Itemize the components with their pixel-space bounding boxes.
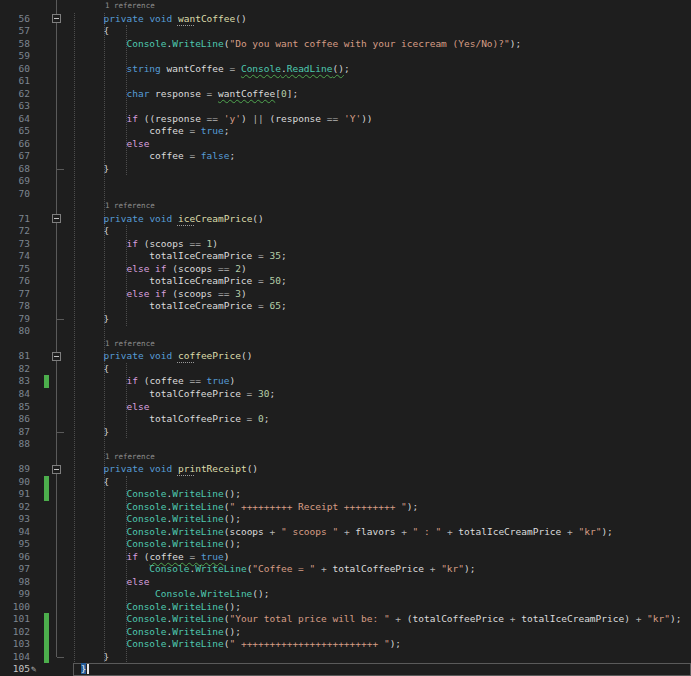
codelens-row[interactable]: 1 reference [0, 0, 691, 13]
line-number[interactable]: 102 [0, 626, 30, 639]
code-line[interactable]: 99 Console.WriteLine(); [0, 588, 691, 601]
code-line[interactable]: 61 [0, 75, 691, 88]
line-number[interactable]: 80 [0, 325, 30, 338]
line-number[interactable]: 93 [0, 513, 30, 526]
line-number[interactable]: 71 [0, 213, 30, 226]
line-number[interactable]: 63 [0, 100, 30, 113]
codelens-references[interactable]: 1 reference [105, 451, 155, 464]
code-line[interactable]: 59 [0, 50, 691, 63]
code-line[interactable]: 90 { [0, 476, 691, 489]
line-number[interactable]: 77 [0, 288, 30, 301]
code-line[interactable]: 97 Console.WriteLine("Coffee = " + total… [0, 563, 691, 576]
code-line[interactable]: 60 string wantCoffee = Console.ReadLine(… [0, 63, 691, 76]
codelens-references[interactable]: 1 reference [105, 200, 155, 213]
code-line[interactable]: 103 Console.WriteLine(" ++++++++++++++++… [0, 638, 691, 651]
code-line[interactable]: 94 Console.WriteLine(scoops + " scoops "… [0, 526, 691, 539]
line-number[interactable]: 100 [0, 601, 30, 614]
line-number[interactable]: 96 [0, 551, 30, 564]
line-number[interactable]: 64 [0, 113, 30, 126]
line-number[interactable]: 98 [0, 576, 30, 589]
code-line[interactable]: 66 else [0, 138, 691, 151]
line-number[interactable]: 61 [0, 75, 30, 88]
line-number[interactable]: 76 [0, 275, 30, 288]
line-number[interactable]: 73 [0, 238, 30, 251]
code-line[interactable]: 98 else [0, 576, 691, 589]
code-line[interactable]: 105✎ } [0, 663, 691, 676]
line-number[interactable]: 81 [0, 350, 30, 363]
line-number[interactable]: 103 [0, 638, 30, 651]
line-number[interactable]: 82 [0, 363, 30, 376]
code-line[interactable]: 74 totalIceCreamPrice = 35; [0, 250, 691, 263]
code-line[interactable]: 93 Console.WriteLine(); [0, 513, 691, 526]
code-line[interactable]: 87 } [0, 426, 691, 439]
line-number[interactable]: 99 [0, 588, 30, 601]
line-number[interactable]: 65 [0, 125, 30, 138]
line-number[interactable]: 69 [0, 175, 30, 188]
code-line[interactable]: 86 totalCoffeePrice = 0; [0, 413, 691, 426]
line-number[interactable]: 84 [0, 388, 30, 401]
line-number[interactable]: 92 [0, 501, 30, 514]
line-number[interactable]: 68 [0, 163, 30, 176]
line-number[interactable]: 83 [0, 375, 30, 388]
code-line[interactable]: 88 [0, 438, 691, 451]
codelens-row[interactable]: 1 reference [0, 451, 691, 464]
line-number[interactable]: 104 [0, 651, 30, 664]
line-number[interactable]: 101 [0, 613, 30, 626]
line-number[interactable]: 95 [0, 538, 30, 551]
line-number[interactable]: 78 [0, 300, 30, 313]
code-line[interactable]: 92 Console.WriteLine(" +++++++++ Receipt… [0, 501, 691, 514]
line-number[interactable]: 59 [0, 50, 30, 63]
fold-collapse-icon[interactable] [52, 214, 61, 223]
code-line[interactable]: 76 totalIceCreamPrice = 50; [0, 275, 691, 288]
code-line[interactable]: 68 } [0, 163, 691, 176]
code-line[interactable]: 67 coffee = false; [0, 150, 691, 163]
code-line[interactable]: 63 [0, 100, 691, 113]
code-line[interactable]: 91 Console.WriteLine(); [0, 488, 691, 501]
code-line[interactable]: 85 else [0, 401, 691, 414]
code-line[interactable]: 70 [0, 188, 691, 201]
code-line[interactable]: 102 Console.WriteLine(); [0, 626, 691, 639]
code-line[interactable]: 64 if ((response == 'y') || (response ==… [0, 113, 691, 126]
line-number[interactable]: 66 [0, 138, 30, 151]
line-number[interactable]: 74 [0, 250, 30, 263]
code-line[interactable]: 101 Console.WriteLine("Your total price … [0, 613, 691, 626]
code-line[interactable]: 69 [0, 175, 691, 188]
code-line[interactable]: 65 coffee = true; [0, 125, 691, 138]
line-number[interactable]: 91 [0, 488, 30, 501]
code-line[interactable]: 71 private void iceCreamPrice() [0, 213, 691, 226]
code-line[interactable]: 77 else if (scoops == 3) [0, 288, 691, 301]
code-line[interactable]: 89 private void printReceipt() [0, 463, 691, 476]
line-number[interactable]: 62 [0, 88, 30, 101]
line-number[interactable]: 85 [0, 401, 30, 414]
line-number[interactable]: 58 [0, 38, 30, 51]
line-number[interactable]: 86 [0, 413, 30, 426]
code-line[interactable]: 72 { [0, 225, 691, 238]
codelens-references[interactable]: 1 reference [105, 0, 155, 13]
line-number[interactable]: 72 [0, 225, 30, 238]
code-line[interactable]: 78 totalIceCreamPrice = 65; [0, 300, 691, 313]
code-line[interactable]: 62 char response = wantCoffee[0]; [0, 88, 691, 101]
line-number[interactable]: 67 [0, 150, 30, 163]
line-number[interactable]: 89 [0, 463, 30, 476]
line-number[interactable]: 70 [0, 188, 30, 201]
code-line[interactable]: 57 { [0, 25, 691, 38]
line-number[interactable]: 79 [0, 313, 30, 326]
line-number[interactable]: 56 [0, 13, 30, 26]
code-line[interactable]: 56 private void wantCoffee() [0, 13, 691, 26]
code-line[interactable]: 104 } [0, 651, 691, 664]
code-line[interactable]: 83 if (coffee == true) [0, 375, 691, 388]
line-number[interactable]: 87 [0, 426, 30, 439]
line-number[interactable]: 60 [0, 63, 30, 76]
code-line[interactable]: 95 Console.WriteLine(); [0, 538, 691, 551]
code-line[interactable]: 73 if (scoops == 1) [0, 238, 691, 251]
line-number[interactable]: 88 [0, 438, 30, 451]
codelens-row[interactable]: 1 reference [0, 338, 691, 351]
codelens-row[interactable]: 1 reference [0, 200, 691, 213]
code-line[interactable]: 84 totalCoffeePrice = 30; [0, 388, 691, 401]
codelens-references[interactable]: 1 reference [105, 338, 155, 351]
code-line[interactable]: 96 if (coffee = true) [0, 551, 691, 564]
line-number[interactable]: 90 [0, 476, 30, 489]
code-line[interactable]: 82 { [0, 363, 691, 376]
code-editor[interactable]: 1 reference56 private void wantCoffee()5… [0, 0, 691, 676]
code-line[interactable]: 80 [0, 325, 691, 338]
